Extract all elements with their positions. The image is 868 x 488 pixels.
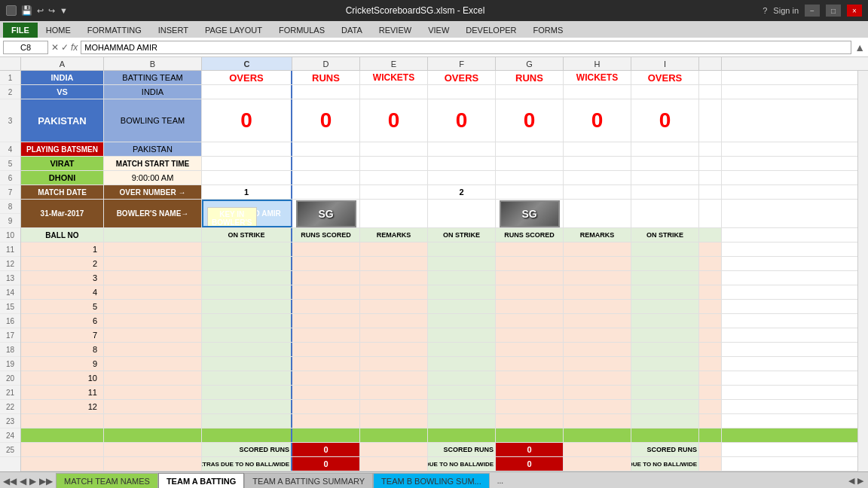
cell-d12[interactable] [292, 271, 360, 285]
cell-b11[interactable] [104, 257, 202, 270]
cell-i10[interactable] [631, 242, 699, 256]
tab-team-a-batting-summary[interactable]: TEAM A BATTING SUMMARY [244, 473, 373, 489]
tab-team-b-bowling-sum[interactable]: TEAM B BOWLING SUM... [373, 473, 490, 489]
cell-e19[interactable] [360, 371, 428, 385]
col-header-g[interactable]: G [496, 57, 564, 70]
row-num-24[interactable]: 24 [0, 429, 20, 443]
cell-i21[interactable] [631, 400, 699, 413]
cell-g21[interactable] [496, 400, 564, 413]
cell-a9[interactable]: BALL NO [21, 228, 104, 242]
row-num-7[interactable]: 7 [0, 185, 20, 200]
cell-g16[interactable] [496, 328, 564, 342]
cell-b7[interactable]: OVER NUMBER → [104, 185, 202, 199]
cell-f8[interactable] [428, 200, 496, 227]
cell-h15[interactable] [564, 314, 631, 328]
cell-b8[interactable]: BOWLER'S NAME→ [104, 200, 202, 227]
cell-f11[interactable] [428, 257, 496, 270]
cell-g3[interactable]: 0 [496, 99, 564, 142]
cancel-formula-icon[interactable]: ✕ [51, 42, 59, 53]
cell-g12[interactable] [496, 271, 564, 285]
row-num-3[interactable]: 3 [0, 99, 20, 142]
cell-g14[interactable] [496, 300, 564, 313]
cell-g7[interactable] [496, 185, 564, 199]
cell-g13[interactable] [496, 285, 564, 299]
cell-c5[interactable] [202, 157, 292, 170]
cell-a3[interactable]: PAKISTAN [21, 99, 104, 142]
cell-c14[interactable] [202, 300, 292, 313]
cell-h3[interactable]: 0 [564, 99, 631, 142]
cell-d24[interactable]: 0 [292, 443, 360, 456]
enter-formula-icon[interactable]: ✓ [61, 42, 69, 53]
cell-h17[interactable] [564, 343, 631, 356]
cell-d21[interactable] [292, 400, 360, 413]
cell-d5[interactable] [292, 157, 360, 170]
tab-developer[interactable]: DEVELOPER [457, 23, 524, 38]
row-num-25[interactable]: 25 [0, 443, 20, 457]
cell-a6[interactable]: DHONI [21, 171, 104, 185]
cell-g11[interactable] [496, 257, 564, 270]
cell-f1[interactable]: OVERS [428, 71, 496, 84]
row-num-12[interactable]: 12 [0, 257, 20, 271]
cell-c22[interactable] [202, 414, 292, 428]
cell-i24[interactable]: SCORED RUNS [631, 443, 699, 456]
row-num-19[interactable]: 19 [0, 357, 20, 371]
cell-b5[interactable]: MATCH START TIME [104, 157, 202, 170]
tab-data[interactable]: DATA [333, 23, 371, 38]
cell-c13[interactable] [202, 285, 292, 299]
tab-scroll-right[interactable]: ▶ [857, 476, 863, 486]
cell-h25[interactable] [564, 457, 631, 471]
cell-e18[interactable] [360, 357, 428, 371]
cell-g18[interactable] [496, 357, 564, 371]
cell-a12[interactable]: 3 [21, 271, 104, 285]
maximize-button[interactable]: □ [826, 5, 841, 17]
cell-i9[interactable]: ON STRIKE [631, 228, 699, 242]
cell-h19[interactable] [564, 371, 631, 385]
cell-h11[interactable] [564, 257, 631, 270]
cell-i23[interactable] [631, 429, 699, 442]
cell-c21[interactable] [202, 400, 292, 413]
cell-f21[interactable] [428, 400, 496, 413]
cell-c8[interactable]: MOHAMMAD AMIR KEY IN BOWLER'S NAME [202, 200, 292, 227]
cell-h22[interactable] [564, 414, 631, 428]
cell-b20[interactable] [104, 386, 202, 399]
row-num-14[interactable]: 14 [0, 285, 20, 300]
cell-d9[interactable]: RUNS SCORED [292, 228, 360, 242]
sheet-nav-left[interactable]: ◀◀ [3, 476, 17, 486]
cell-c12[interactable] [202, 271, 292, 285]
cell-i12[interactable] [631, 271, 699, 285]
cell-a1[interactable]: INDIA [21, 71, 104, 84]
cell-e2[interactable] [360, 85, 428, 99]
cell-a16[interactable]: 7 [21, 328, 104, 342]
cell-b9[interactable] [104, 228, 202, 242]
cell-e6[interactable] [360, 171, 428, 185]
cell-b16[interactable] [104, 328, 202, 342]
cell-a21[interactable]: 12 [21, 400, 104, 413]
cell-h13[interactable] [564, 285, 631, 299]
cell-b3[interactable]: BOWLING TEAM [104, 99, 202, 142]
cell-d19[interactable] [292, 371, 360, 385]
cell-e12[interactable] [360, 271, 428, 285]
cell-c6[interactable] [202, 171, 292, 185]
cell-a13[interactable]: 4 [21, 285, 104, 299]
cell-b23[interactable] [104, 429, 202, 442]
cell-a18[interactable]: 9 [21, 357, 104, 371]
cell-h24[interactable] [564, 443, 631, 456]
cell-g10[interactable] [496, 242, 564, 256]
cell-g4[interactable] [496, 142, 564, 156]
cell-c2[interactable] [202, 85, 292, 99]
cell-b18[interactable] [104, 357, 202, 371]
row-num-8[interactable]: 8 [0, 200, 20, 214]
cell-b24[interactable] [104, 443, 202, 456]
cell-f4[interactable] [428, 142, 496, 156]
cell-h10[interactable] [564, 242, 631, 256]
cell-d2[interactable] [292, 85, 360, 99]
cell-a15[interactable]: 6 [21, 314, 104, 328]
cell-a19[interactable]: 10 [21, 371, 104, 385]
cell-d23[interactable] [292, 429, 360, 442]
cell-b4[interactable]: PAKISTAN [104, 142, 202, 156]
row-num-10[interactable]: 10 [0, 228, 20, 242]
cell-f17[interactable] [428, 343, 496, 356]
cell-d22[interactable] [292, 414, 360, 428]
cell-e3[interactable]: 0 [360, 99, 428, 142]
cell-d6[interactable] [292, 171, 360, 185]
